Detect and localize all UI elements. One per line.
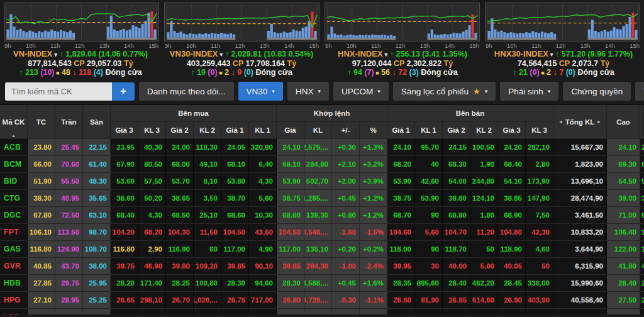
cell-bid3-vol[interactable]: 50,20 xyxy=(138,190,166,206)
cell-ask1-price[interactable]: 118.00 xyxy=(387,241,415,257)
cell-bid1-vol[interactable]: 320,80 xyxy=(249,139,277,155)
cell-ask3-vol[interactable]: 7,50 xyxy=(526,207,553,223)
cell-match-price[interactable]: 68.10 xyxy=(277,156,304,172)
cell-bid3-price[interactable]: 67.90 xyxy=(111,156,138,172)
cell-match-price[interactable]: 28.30 xyxy=(277,275,304,291)
cell-bid1-price[interactable]: 68.10 xyxy=(221,156,249,172)
table-row-ctg[interactable]: CTG38.3040.9535.6538.6050,2038.653,5038.… xyxy=(0,190,644,207)
cell-bid1-vol[interactable]: 90,10 xyxy=(249,258,277,274)
cell-ask1-vol[interactable]: 90 xyxy=(415,241,443,257)
cell-match-vol[interactable]: 3,728,... xyxy=(304,292,332,308)
cell-ask3-price[interactable]: 54.10 xyxy=(498,173,526,189)
cell-bid3-vol[interactable]: 80,50 xyxy=(138,156,166,172)
cell-ask1-vol[interactable]: 90 xyxy=(415,207,443,223)
cell-bid1-price[interactable]: 104.50 xyxy=(221,224,249,240)
cell-bid1-price[interactable]: 117.00 xyxy=(221,241,249,257)
cell-bid3-price[interactable]: 104.20 xyxy=(111,224,138,240)
cell-bid3-price[interactable]: 39.75 xyxy=(111,258,138,274)
cell-ask2-price[interactable]: 24.15 xyxy=(443,139,470,155)
cell-bid1-price[interactable]: 39.85 xyxy=(221,258,249,274)
scroll-right-icon[interactable]: ▸ xyxy=(597,119,600,125)
toolbar-button-ch-ng-quy-n[interactable]: Chứng quyền xyxy=(563,82,631,101)
table-row-dgc[interactable]: DGC67.8072.5063.1068.404,3068.5025,1068.… xyxy=(0,207,644,224)
cell-ask3-vol[interactable]: 282,10 xyxy=(526,139,553,155)
cell-ask1-price[interactable]: 26.80 xyxy=(387,292,415,308)
cell-ask1-vol[interactable]: 5,60 xyxy=(415,224,443,240)
cell-change[interactable]: +0.20 xyxy=(332,241,360,257)
toolbar-button-vn30[interactable]: VN30▾ xyxy=(238,82,283,101)
chevron-down-icon[interactable]: ▾ xyxy=(548,51,553,58)
col-header-ceiling[interactable]: Trần xyxy=(55,105,83,139)
cell-change-pct[interactable]: +3.2% xyxy=(360,156,387,172)
cell-bid3-vol[interactable]: 57,50 xyxy=(138,173,166,189)
cell-bid1-vol[interactable]: 6,40 xyxy=(249,156,277,172)
cell-ask1-price[interactable]: 68.70 xyxy=(387,207,415,223)
cell-ask2-price[interactable]: 68.80 xyxy=(443,207,470,223)
cell-ask3-vol[interactable]: 2,80 xyxy=(526,156,553,172)
cell-ask2-price[interactable]: 38.80 xyxy=(443,190,470,206)
cell-ask1-price[interactable]: 38.75 xyxy=(387,190,415,206)
cell-match-vol[interactable]: 135,10 xyxy=(304,241,332,257)
cell-match-vol[interactable]: 3,546,... xyxy=(304,224,332,240)
cell-ask2-vol[interactable]: 3,60 xyxy=(470,309,498,314)
cell-change[interactable]: -0.05 xyxy=(332,309,360,314)
cell-ask3-price[interactable]: 38.85 xyxy=(498,190,526,206)
table-row-gvr[interactable]: GVR40.8543.7038.0039.7546,9039.80109,203… xyxy=(0,258,644,275)
toolbar-button-ph-i-sinh[interactable]: Phái sinh▾ xyxy=(500,82,558,101)
toolbar-button-hnx[interactable]: HNX▾ xyxy=(287,82,329,101)
cell-ask2-vol[interactable]: 5,00 xyxy=(470,258,498,274)
cell-change[interactable]: +2.00 xyxy=(332,173,360,189)
cell-bid3-price[interactable]: 53.60 xyxy=(111,173,138,189)
cell-change[interactable]: -0.30 xyxy=(332,292,360,308)
cell-ask2-price[interactable]: 41.80 xyxy=(443,309,470,314)
cell-change-pct[interactable]: +0.2% xyxy=(360,241,387,257)
cell-bid3-price[interactable]: 23.95 xyxy=(111,139,138,155)
cell-bid2-vol[interactable]: 109,20 xyxy=(194,258,221,274)
cell-match-vol[interactable]: 3,588,... xyxy=(304,275,332,291)
cell-match-price[interactable]: 38.75 xyxy=(277,190,304,206)
cell-bid2-vol[interactable]: 11,50 xyxy=(194,224,221,240)
cell-ask1-vol[interactable]: 895,60 xyxy=(415,275,443,291)
cell-change-pct[interactable]: -1.5% xyxy=(360,224,387,240)
cell-ask1-price[interactable]: 24.10 xyxy=(387,139,415,155)
cell-bid1-price[interactable]: 26.75 xyxy=(221,292,249,308)
cell-ask1-vol[interactable]: 1,00 xyxy=(415,309,443,314)
cell-ask1-price[interactable]: 39.95 xyxy=(387,258,415,274)
cell-bid3-price[interactable]: 28.20 xyxy=(111,275,138,291)
cell-bid2-vol[interactable]: 1,020,... xyxy=(194,292,221,308)
table-row-bid[interactable]: BID51.9055.5048.3053.6057,5053.708,1053.… xyxy=(0,173,644,190)
table-row-fpt[interactable]: FPT106.10113.5098.70104.2068,20104.3011,… xyxy=(0,224,644,241)
toolbar-button-tr-i-phi-u-doanh-nghi-p[interactable]: Trái phiếu doanh nghiệp xyxy=(635,82,644,101)
cell-bid2-price[interactable]: 39.80 xyxy=(166,258,194,274)
cell-ask2-vol[interactable]: 1,90 xyxy=(470,156,498,172)
cell-match-price[interactable]: 41.65 xyxy=(277,309,304,314)
cell-ask3-price[interactable]: 41.95 xyxy=(498,309,526,314)
table-row-acb[interactable]: ACB23.8025.4522.1523.9540,3024.00118,302… xyxy=(0,139,644,156)
symbol-cell[interactable]: ACB xyxy=(0,139,28,155)
cell-ask1-price[interactable]: 53.90 xyxy=(387,173,415,189)
cell-bid3-price[interactable]: 68.40 xyxy=(111,207,138,223)
cell-ask2-vol[interactable]: 124,10 xyxy=(470,190,498,206)
cell-ask2-vol[interactable]: 50 xyxy=(470,241,498,257)
cell-bid2-vol[interactable]: 100,80 xyxy=(194,275,221,291)
cell-ask3-vol[interactable]: 173,90 xyxy=(526,173,553,189)
cell-bid1-vol[interactable]: 4,30 xyxy=(249,173,277,189)
cell-ask3-price[interactable]: 118.90 xyxy=(498,241,526,257)
cell-ask3-vol[interactable]: 403,90 xyxy=(526,292,553,308)
symbol-cell[interactable]: BID xyxy=(0,173,28,189)
cell-bid2-price[interactable]: 53.70 xyxy=(166,173,194,189)
cell-ask3-price[interactable]: 68.40 xyxy=(498,156,526,172)
cell-change[interactable]: +0.45 xyxy=(332,190,360,206)
cell-ask2-vol[interactable]: 614,60 xyxy=(470,292,498,308)
cell-bid2-price[interactable]: 104.30 xyxy=(166,224,194,240)
cell-ask2-price[interactable]: 26.85 xyxy=(443,292,470,308)
cell-match-price[interactable]: 117.00 xyxy=(277,241,304,257)
symbol-cell[interactable]: BCM xyxy=(0,156,28,172)
cell-ask2-vol[interactable]: 244,80 xyxy=(470,173,498,189)
table-row-lpb[interactable]: LPB41.7044.6039.8041.55105,3041.60103,50… xyxy=(0,309,644,314)
cell-match-price[interactable]: 24.10 xyxy=(277,139,304,155)
cell-ask3-vol[interactable]: 336,00 xyxy=(526,275,553,291)
symbol-cell[interactable]: DGC xyxy=(0,207,28,223)
cell-match-vol[interactable]: 502,70 xyxy=(304,173,332,189)
cell-bid2-vol[interactable]: 60 xyxy=(194,241,221,257)
